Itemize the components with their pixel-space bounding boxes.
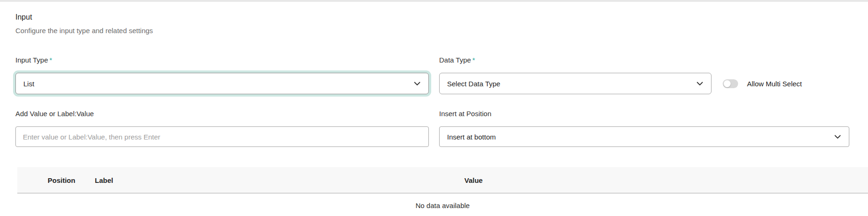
- column-header-label: Label: [95, 176, 113, 184]
- data-type-select[interactable]: Select Data Type: [439, 73, 711, 94]
- insert-position-select[interactable]: Insert at bottom: [439, 126, 849, 147]
- allow-multi-select-group: Allow Multi Select: [723, 79, 802, 88]
- data-type-select-value: Select Data Type: [447, 80, 500, 88]
- values-table-header: Position Label Value: [17, 167, 868, 194]
- insert-position-label: Insert at Position: [439, 110, 491, 118]
- chevron-down-icon: [696, 80, 704, 87]
- input-settings-panel: Input Configure the input type and relat…: [0, 0, 868, 216]
- toggle-knob: [724, 80, 731, 87]
- allow-multi-select-toggle[interactable]: [723, 79, 738, 88]
- column-header-value: Value: [464, 176, 483, 184]
- input-type-label: Input Type*: [15, 56, 52, 64]
- data-type-label: Data Type*: [439, 56, 475, 64]
- table-empty-state: No data available: [17, 194, 868, 216]
- input-type-select-value: List: [23, 80, 34, 88]
- add-value-label: Add Value or Label:Value: [15, 110, 94, 118]
- chevron-down-icon: [834, 133, 841, 140]
- chevron-down-icon: [413, 80, 421, 87]
- insert-position-select-value: Insert at bottom: [447, 133, 496, 141]
- panel-content: Input Configure the input type and relat…: [0, 2, 868, 216]
- input-type-select[interactable]: List: [15, 73, 429, 94]
- values-table: Position Label Value No data available: [17, 167, 868, 216]
- required-asterisk: *: [472, 56, 475, 64]
- add-value-input[interactable]: [15, 126, 429, 147]
- allow-multi-select-label: Allow Multi Select: [747, 80, 802, 88]
- page-title: Input: [15, 13, 32, 21]
- page-subtitle: Configure the input type and related set…: [15, 27, 153, 35]
- column-header-position: Position: [48, 176, 75, 184]
- required-asterisk: *: [50, 56, 52, 64]
